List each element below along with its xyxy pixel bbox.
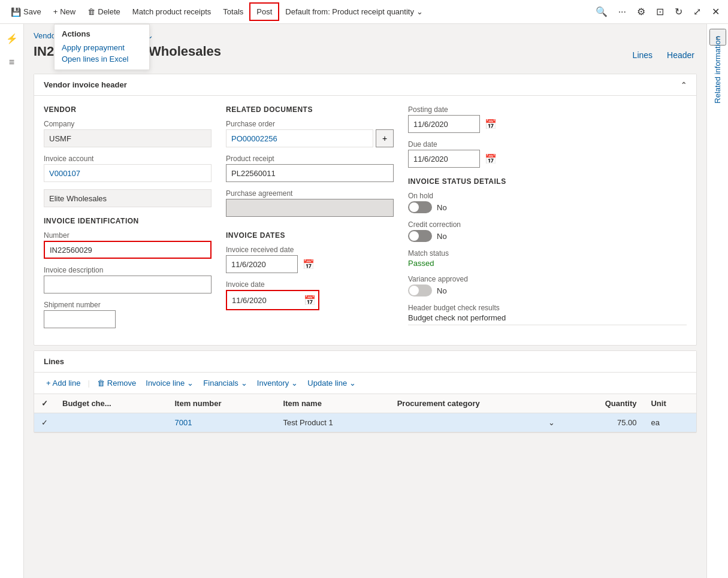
lines-table: ✓ Budget che... Item number Item name Pr… xyxy=(34,394,696,432)
credit-correction-toggle[interactable] xyxy=(408,230,432,242)
split-button[interactable]: ⊡ xyxy=(653,4,667,20)
invoice-dates-section-title: INVOICE DATES xyxy=(226,231,394,240)
match-receipts-button[interactable]: Match product receipts xyxy=(126,4,218,20)
on-hold-toggle[interactable] xyxy=(408,201,432,213)
on-hold-toggle-thumb xyxy=(409,202,419,212)
check-column-header: ✓ xyxy=(34,394,55,413)
popout-button[interactable]: ⤢ xyxy=(690,4,705,20)
vendor-name-group: Elite Wholesales xyxy=(44,189,212,207)
inventory-button[interactable]: Inventory ⌄ xyxy=(255,377,300,389)
vendor-invoice-header-section: Vendor invoice header ⌃ VENDOR Company U… xyxy=(34,74,697,346)
row-quantity: 75.00 xyxy=(562,413,644,432)
invoice-account-value[interactable]: V000107 xyxy=(44,164,212,182)
unit-column-header[interactable]: Unit xyxy=(644,394,696,413)
variance-approved-group: Variance approved No xyxy=(408,275,687,296)
invoice-date-label: Invoice date xyxy=(226,280,394,289)
credit-correction-value: No xyxy=(437,232,447,241)
invoice-received-date-group: Invoice received date 📅 xyxy=(226,246,394,273)
close-button[interactable]: ✕ xyxy=(708,4,723,20)
more-button[interactable]: ··· xyxy=(615,4,630,20)
posting-date-calendar-icon[interactable]: 📅 xyxy=(482,116,499,132)
invoice-line-button[interactable]: Invoice line ⌄ xyxy=(143,377,196,389)
credit-correction-toggle-thumb xyxy=(409,231,419,241)
totals-button[interactable]: Totals xyxy=(217,4,249,20)
row-unit: ea xyxy=(644,413,696,432)
purchase-order-label: Purchase order xyxy=(226,120,394,128)
filter-icon[interactable]: ⚡ xyxy=(2,29,22,48)
due-date-label: Due date xyxy=(408,140,687,149)
refresh-button[interactable]: ↻ xyxy=(671,4,686,20)
invoice-description-input[interactable] xyxy=(44,276,212,293)
row-check[interactable]: ✓ xyxy=(34,413,55,432)
company-group: Company USMF xyxy=(44,120,212,147)
related-info-label[interactable]: Related information xyxy=(713,36,722,104)
invoice-id-section-title: INVOICE IDENTIFICATION xyxy=(44,217,212,225)
purchase-order-value[interactable]: PO00002256 xyxy=(226,129,373,147)
variance-approved-label: Variance approved xyxy=(408,275,687,283)
invoice-date-input[interactable] xyxy=(227,291,299,309)
add-line-button[interactable]: + Add line xyxy=(44,377,83,389)
remove-button[interactable]: 🗑 Remove xyxy=(95,377,138,389)
settings-button[interactable]: ⚙ xyxy=(633,4,649,20)
variance-toggle-row: No xyxy=(408,285,687,296)
invoice-number-input[interactable] xyxy=(44,241,212,259)
vendor-name-value: Elite Wholesales xyxy=(44,189,212,207)
company-value[interactable]: USMF xyxy=(44,129,212,147)
delete-button[interactable]: 🗑 Delete xyxy=(81,4,126,20)
tab-lines[interactable]: Lines xyxy=(630,49,655,61)
purchase-agreement-input[interactable] xyxy=(226,199,394,217)
posting-date-label: Posting date xyxy=(408,105,687,114)
section-header-vendor: Vendor invoice header ⌃ xyxy=(34,74,696,96)
main-layout: ⚡ ≡ Vendor invoice | Standard view ⌄ IN2… xyxy=(0,24,728,578)
item-name-column-header[interactable]: Item name xyxy=(276,394,390,413)
financials-button[interactable]: Financials ⌄ xyxy=(201,377,250,389)
row-item-name: Test Product 1 xyxy=(276,413,390,432)
collapse-chevron[interactable]: ⌃ xyxy=(681,81,687,89)
default-from-button[interactable]: Default from: Product receipt quantity ⌄ xyxy=(279,4,429,20)
due-date-input[interactable] xyxy=(408,150,480,168)
add-purchase-order-btn[interactable]: + xyxy=(376,129,394,147)
posting-date-group: Posting date 📅 xyxy=(408,105,687,133)
post-button[interactable]: Post xyxy=(249,2,279,21)
purchase-agreement-group: Purchase agreement xyxy=(226,189,394,217)
shipment-number-input[interactable] xyxy=(44,310,116,328)
row-procurement-category[interactable]: ⌄ xyxy=(390,413,563,432)
posting-date-input[interactable] xyxy=(408,115,480,133)
search-button[interactable]: 🔍 xyxy=(592,4,611,20)
plus-icon: + xyxy=(53,7,58,16)
lines-toolbar: + Add line | 🗑 Remove Invoice line ⌄ Fin… xyxy=(34,373,696,394)
product-receipt-label: Product receipt xyxy=(226,155,394,163)
tab-header[interactable]: Header xyxy=(664,49,697,61)
due-date-calendar-icon[interactable]: 📅 xyxy=(482,151,499,167)
budget-check-column-header[interactable]: Budget che... xyxy=(55,394,168,413)
toolbar-separator-1: | xyxy=(87,379,89,388)
purchase-agreement-label: Purchase agreement xyxy=(226,189,394,198)
vendor-col: VENDOR Company USMF Invoice account V000… xyxy=(44,105,212,335)
invoice-account-label: Invoice account xyxy=(44,155,212,163)
update-line-button[interactable]: Update line ⌄ xyxy=(305,377,358,389)
row-budget-check xyxy=(55,413,168,432)
table-row[interactable]: ✓ 7001 Test Product 1 ⌄ 75.00 xyxy=(34,413,696,432)
hamburger-icon[interactable]: ≡ xyxy=(2,53,22,72)
received-date-calendar-icon[interactable]: 📅 xyxy=(300,256,317,273)
quantity-column-header[interactable]: Quantity xyxy=(562,394,644,413)
product-receipt-input[interactable] xyxy=(226,164,394,182)
invoice-received-date-input[interactable] xyxy=(226,255,298,273)
invoice-date-calendar-icon[interactable]: 📅 xyxy=(301,292,318,308)
row-item-number[interactable]: 7001 xyxy=(168,413,276,432)
update-line-chevron-icon: ⌄ xyxy=(349,379,356,388)
procurement-category-column-header[interactable]: Procurement category xyxy=(390,394,563,413)
apply-prepayment-item[interactable]: Apply prepayment xyxy=(62,42,142,53)
financials-chevron-icon: ⌄ xyxy=(241,379,247,388)
open-lines-excel-item[interactable]: Open lines in Excel xyxy=(62,53,142,65)
lines-section-header: Lines xyxy=(34,351,696,373)
save-button[interactable]: 💾 Save xyxy=(5,4,47,20)
variance-toggle[interactable] xyxy=(408,285,432,296)
page-content: Vendor invoice | Standard view ⌄ IN22560… xyxy=(24,24,706,445)
match-status-group: Match status Passed xyxy=(408,249,687,268)
item-number-column-header[interactable]: Item number xyxy=(168,394,276,413)
content-area: Vendor invoice | Standard view ⌄ IN22560… xyxy=(24,24,706,578)
company-label: Company xyxy=(44,120,212,128)
new-button[interactable]: + New xyxy=(47,4,82,20)
variance-toggle-thumb xyxy=(409,286,419,295)
